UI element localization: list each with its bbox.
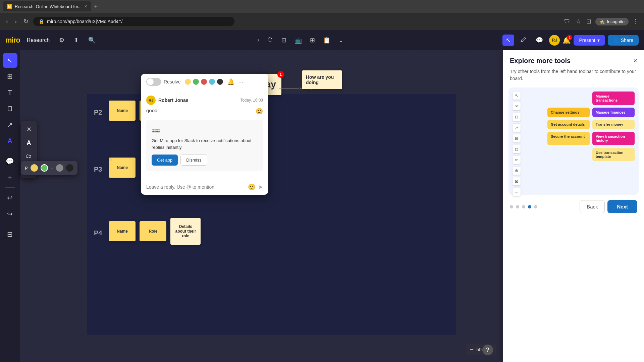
- settings-button[interactable]: ⚙: [56, 35, 67, 46]
- color-label: P: [25, 166, 28, 171]
- user-avatar[interactable]: RJ: [549, 35, 560, 46]
- p4-details-sticky[interactable]: Details about their role: [170, 218, 201, 245]
- reply-send-button[interactable]: ➤: [258, 183, 263, 191]
- reply-emoji-button[interactable]: 🙂: [248, 183, 255, 191]
- more-options-button[interactable]: ···: [238, 78, 244, 85]
- text-secondary-tool[interactable]: A: [23, 137, 35, 149]
- how-doing-sticky[interactable]: How are you doing: [302, 70, 342, 89]
- preview-card-get-account[interactable]: Get account details: [547, 120, 590, 129]
- select-tool[interactable]: ↖: [3, 53, 17, 68]
- color-dot-green[interactable]: [41, 164, 48, 172]
- reply-input[interactable]: [146, 184, 245, 190]
- active-tab[interactable]: M Research, Online Whiteboard for... ×: [3, 1, 91, 11]
- mini-tool-7[interactable]: ✏: [513, 156, 521, 164]
- color-yellow[interactable]: [185, 79, 191, 85]
- arrow-tool[interactable]: ↗: [3, 117, 17, 132]
- dot-1[interactable]: [510, 205, 513, 208]
- layout-tool[interactable]: ⊟: [3, 227, 17, 242]
- color-black[interactable]: [217, 79, 223, 85]
- resolve-toggle[interactable]: Resolve: [146, 78, 181, 86]
- undo-tool[interactable]: ↩: [3, 190, 17, 205]
- preview-mini-toolbar: ↖ ✕ ⊡ ↗ ⊟ ◻ ✏ ⊕ ⊠ ···: [513, 92, 521, 196]
- upload-button[interactable]: ⬆: [71, 35, 82, 46]
- p2-name-sticky[interactable]: Name: [109, 101, 136, 121]
- bell-button[interactable]: 🔔: [227, 78, 234, 85]
- get-app-button[interactable]: Get app: [152, 155, 178, 166]
- screen-share-button[interactable]: 📺: [291, 35, 305, 46]
- color-dot-gray[interactable]: [56, 164, 63, 172]
- more-tools-icon[interactable]: +: [51, 165, 53, 171]
- mini-tool-9[interactable]: ⊠: [513, 177, 521, 185]
- mini-cursor-tool[interactable]: ↖: [513, 92, 521, 100]
- help-button[interactable]: ?: [482, 345, 493, 355]
- cursor-tool[interactable]: ↖: [502, 35, 514, 46]
- search-button[interactable]: 🔍: [86, 35, 98, 46]
- back-button-explore[interactable]: Back: [580, 200, 605, 213]
- next-button-explore[interactable]: Next: [607, 200, 637, 213]
- apps-button[interactable]: ⊞: [307, 35, 318, 46]
- text-format-tool[interactable]: A: [3, 133, 17, 148]
- dot-2[interactable]: [516, 205, 519, 208]
- star-icon[interactable]: ☆: [574, 16, 582, 26]
- tablet-icon[interactable]: ⊡: [585, 16, 593, 26]
- collapse-toolbar-button[interactable]: ›: [254, 35, 263, 46]
- explore-close-button[interactable]: ×: [633, 57, 637, 65]
- redo-tool[interactable]: ↪: [3, 206, 17, 221]
- dot-4-active[interactable]: [528, 205, 531, 208]
- emoji-reaction-button[interactable]: 🙂: [256, 108, 263, 115]
- p4-role-sticky[interactable]: Role: [140, 221, 166, 241]
- new-tab-button[interactable]: +: [91, 1, 101, 12]
- mini-tool-2[interactable]: ✕: [513, 102, 521, 110]
- timer-button[interactable]: ⏱: [264, 35, 277, 46]
- zoom-out-button[interactable]: −: [470, 346, 474, 353]
- more-tools-button[interactable]: ⌄: [335, 35, 347, 46]
- preview-card-view-history[interactable]: View transaction history: [592, 132, 635, 145]
- notes-button[interactable]: 📋: [320, 35, 334, 46]
- forward-button[interactable]: ›: [13, 17, 19, 26]
- comment-tool[interactable]: 💬: [532, 35, 546, 46]
- preview-card-manage-transactions[interactable]: Manage transactions: [592, 92, 635, 105]
- table-tool[interactable]: ⊞: [3, 69, 17, 84]
- stamp-tool[interactable]: 🗂: [23, 150, 35, 162]
- color-blue[interactable]: [209, 79, 215, 85]
- color-red[interactable]: [201, 79, 207, 85]
- tab-close-button[interactable]: ×: [84, 4, 87, 9]
- mini-tool-6[interactable]: ◻: [513, 145, 521, 153]
- color-green[interactable]: [193, 79, 199, 85]
- mini-tool-8[interactable]: ⊕: [513, 167, 521, 175]
- add-tool[interactable]: +: [3, 170, 17, 185]
- incognito-badge[interactable]: 🕵 Incognito: [595, 18, 629, 25]
- preview-card-transfer-money[interactable]: Transfer money: [592, 120, 635, 129]
- menu-icon[interactable]: ⋮: [631, 16, 640, 26]
- toolbar-divider: [5, 151, 15, 151]
- preview-card-change-settings[interactable]: Change settings: [547, 108, 590, 117]
- preview-card-manage-finances[interactable]: Manage finances: [592, 108, 635, 117]
- board-name[interactable]: Research: [24, 36, 52, 45]
- color-dot-yellow[interactable]: [31, 164, 38, 172]
- close-secondary-tool[interactable]: ✕: [23, 123, 35, 135]
- preview-card-secure-account[interactable]: Secure the account: [547, 132, 590, 145]
- present-button[interactable]: Present ▾: [574, 35, 605, 46]
- notification-bell[interactable]: 🔔 1: [562, 36, 571, 44]
- preview-card-use-template[interactable]: Use transaction template: [592, 148, 635, 161]
- comment-tool-left[interactable]: 💬: [3, 154, 17, 169]
- mini-tool-5[interactable]: ⊟: [513, 134, 521, 142]
- text-tool[interactable]: T: [3, 85, 17, 100]
- mini-tool-10[interactable]: ···: [513, 188, 521, 196]
- dismiss-button[interactable]: Dismiss: [180, 155, 207, 166]
- reload-button[interactable]: ↻: [21, 16, 31, 26]
- mini-tool-4[interactable]: ↗: [513, 124, 521, 132]
- dot-5[interactable]: [534, 205, 537, 208]
- marker-tool[interactable]: 🖊: [517, 35, 530, 46]
- note-tool[interactable]: 🗒: [3, 101, 17, 116]
- color-dot-black[interactable]: [66, 164, 73, 172]
- toggle-switch[interactable]: [146, 78, 161, 86]
- frames-button[interactable]: ⊡: [278, 35, 290, 46]
- p3-name-sticky[interactable]: Name: [109, 158, 136, 178]
- address-bar[interactable]: 🔒 miro.com/app/board/uXjVMqiA6d4=/: [33, 17, 234, 26]
- back-button[interactable]: ‹: [4, 17, 10, 26]
- dot-3[interactable]: [522, 205, 525, 208]
- mini-tool-3[interactable]: ⊡: [513, 113, 521, 121]
- share-button[interactable]: 👤 Share: [608, 35, 639, 46]
- p4-name-sticky[interactable]: Name: [109, 221, 136, 241]
